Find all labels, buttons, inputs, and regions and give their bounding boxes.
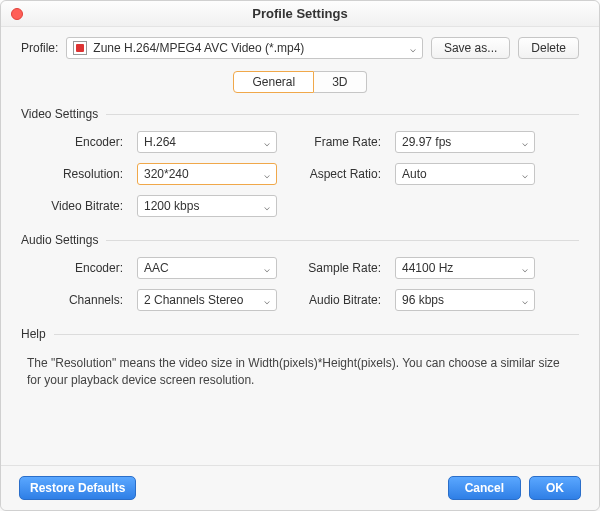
close-icon[interactable] [11, 8, 23, 20]
titlebar: Profile Settings [1, 1, 599, 27]
tab-general[interactable]: General [233, 71, 314, 93]
video-encoder-select[interactable]: H.264⌵ [137, 131, 277, 153]
channels-select[interactable]: 2 Channels Stereo⌵ [137, 289, 277, 311]
video-bitrate-label: Video Bitrate: [29, 199, 123, 213]
aspect-ratio-select[interactable]: Auto⌵ [395, 163, 535, 185]
divider [106, 240, 579, 241]
divider [106, 114, 579, 115]
video-bitrate-select[interactable]: 1200 kbps⌵ [137, 195, 277, 217]
help-section: Help The "Resolution" means the video si… [21, 327, 579, 389]
chevron-down-icon: ⌵ [264, 201, 270, 212]
delete-button[interactable]: Delete [518, 37, 579, 59]
profile-select[interactable]: Zune H.264/MPEG4 AVC Video (*.mp4) ⌵ [66, 37, 423, 59]
profile-row: Profile: Zune H.264/MPEG4 AVC Video (*.m… [21, 37, 579, 59]
chevron-down-icon: ⌵ [522, 169, 528, 180]
video-legend: Video Settings [21, 107, 98, 121]
divider [54, 334, 579, 335]
audio-settings-section: Audio Settings Encoder: AAC⌵ Sample Rate… [21, 233, 579, 311]
audio-encoder-label: Encoder: [29, 261, 123, 275]
chevron-down-icon: ⌵ [522, 137, 528, 148]
audio-encoder-select[interactable]: AAC⌵ [137, 257, 277, 279]
chevron-down-icon: ⌵ [264, 263, 270, 274]
audio-legend: Audio Settings [21, 233, 98, 247]
window-title: Profile Settings [252, 6, 347, 21]
content-area: Profile: Zune H.264/MPEG4 AVC Video (*.m… [1, 27, 599, 465]
profile-value: Zune H.264/MPEG4 AVC Video (*.mp4) [93, 41, 304, 55]
profile-label: Profile: [21, 41, 58, 55]
audio-bitrate-select[interactable]: 96 kbps⌵ [395, 289, 535, 311]
footer: Restore Defaults Cancel OK [1, 465, 599, 510]
chevron-down-icon: ⌵ [264, 137, 270, 148]
cancel-button[interactable]: Cancel [448, 476, 521, 500]
tabs: General 3D [21, 71, 579, 93]
aspect-ratio-label: Aspect Ratio: [291, 167, 381, 181]
tab-3d[interactable]: 3D [314, 71, 366, 93]
help-legend: Help [21, 327, 46, 341]
resolution-select[interactable]: 320*240⌵ [137, 163, 277, 185]
chevron-down-icon: ⌵ [522, 263, 528, 274]
chevron-down-icon: ⌵ [264, 169, 270, 180]
video-settings-section: Video Settings Encoder: H.264⌵ Frame Rat… [21, 107, 579, 217]
sample-rate-select[interactable]: 44100 Hz⌵ [395, 257, 535, 279]
resolution-label: Resolution: [29, 167, 123, 181]
profile-settings-dialog: Profile Settings Profile: Zune H.264/MPE… [0, 0, 600, 511]
chevron-down-icon: ⌵ [410, 43, 416, 54]
frame-rate-label: Frame Rate: [291, 135, 381, 149]
restore-defaults-button[interactable]: Restore Defaults [19, 476, 136, 500]
save-as-button[interactable]: Save as... [431, 37, 510, 59]
audio-bitrate-label: Audio Bitrate: [291, 293, 381, 307]
sample-rate-label: Sample Rate: [291, 261, 381, 275]
ok-button[interactable]: OK [529, 476, 581, 500]
help-text: The "Resolution" means the video size in… [21, 351, 579, 389]
chevron-down-icon: ⌵ [522, 295, 528, 306]
channels-label: Channels: [29, 293, 123, 307]
frame-rate-select[interactable]: 29.97 fps⌵ [395, 131, 535, 153]
video-format-icon [73, 41, 87, 55]
chevron-down-icon: ⌵ [264, 295, 270, 306]
encoder-label: Encoder: [29, 135, 123, 149]
